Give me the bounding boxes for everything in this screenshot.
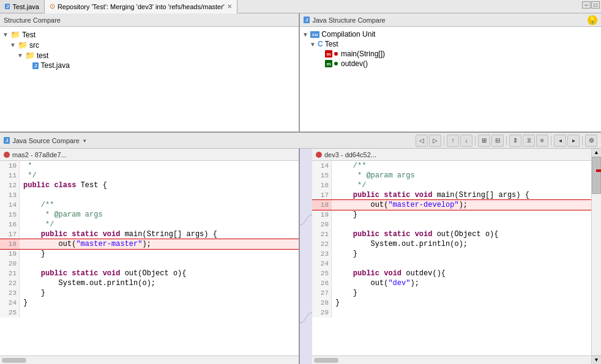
tree-arrow-cu: ▼: [302, 31, 308, 38]
repo-tab-icon: ⊙: [50, 2, 55, 10]
line-content-left-24: }: [20, 298, 299, 308]
folder-icon-test: 📁: [10, 30, 20, 39]
tree-item-compilation-unit[interactable]: ▼ cu Compilation Unit: [302, 29, 599, 39]
tree-item-test-folder[interactable]: ▼ 📁 test: [2, 50, 296, 61]
tree-label-src: src: [29, 41, 39, 50]
tree-label-outdev: outdev(): [341, 59, 368, 68]
collapse-button[interactable]: ⊟: [491, 135, 504, 147]
code-line-right-17: 17 public static void main(String[] args…: [312, 190, 591, 200]
bulb-icon[interactable]: 💡: [588, 15, 597, 25]
left-h-scrollbar-thumb: [2, 358, 26, 363]
java-source-compare-icon: J: [4, 137, 10, 144]
tree-label-test-folder: test: [37, 51, 48, 60]
tree-item-src[interactable]: ▼ 📁 src: [2, 40, 296, 50]
line-content-left-12: public class Test {: [20, 180, 299, 190]
tab-bar: J Test.java ⊙ Repository 'Test': Merging…: [0, 0, 601, 13]
expand-button[interactable]: ⊞: [478, 135, 490, 147]
source-compare-dropdown-arrow[interactable]: ▾: [83, 138, 86, 144]
right-panel-title: dev3 - dd64c52...: [324, 151, 376, 158]
line-num-left-22: 22: [0, 278, 20, 288]
tree-item-test[interactable]: ▼ 📁 Test: [2, 29, 296, 40]
java-structure-title: Java Structure Compare: [312, 17, 385, 24]
line-num-right-22: 22: [312, 239, 332, 249]
code-line-right-15: 15 * @param args: [312, 171, 591, 180]
line-content-left-13: [20, 190, 299, 200]
java-structure-icon: J: [304, 17, 310, 23]
tree-item-outdev-method[interactable]: m outdev(): [302, 59, 599, 69]
line-content-left-20: [20, 259, 299, 269]
code-line-right-16: 16 */: [312, 180, 591, 190]
code-line-right-29: 29: [312, 308, 591, 318]
line-num-right-14: 14: [312, 161, 332, 171]
line-num-right-24: 24: [312, 259, 332, 269]
line-content-left-10: *: [20, 161, 299, 171]
line-num-right-21: 21: [312, 229, 332, 239]
code-line-left-22: 22 System.out.println(o);: [0, 278, 299, 288]
tree-label-test-class: Test: [325, 40, 338, 48]
copy-right-button[interactable]: ▷: [429, 135, 441, 147]
tree-label-test: Test: [22, 31, 35, 39]
tree-item-test-class[interactable]: ▼ C Test: [302, 39, 599, 49]
vertical-scrollbar[interactable]: ▲ ▼: [591, 149, 601, 364]
code-line-left-10: 10 *: [0, 161, 299, 171]
left-diff-indicator: [4, 152, 10, 158]
diff-marker-red: [596, 169, 601, 172]
left-code-content[interactable]: 10 * 11 */ 12 public class Test {: [0, 161, 299, 355]
tab-test-java[interactable]: J Test.java: [0, 0, 45, 13]
line-content-right-27: }: [332, 288, 591, 298]
line-content-right-18: out("master-develop");: [332, 200, 591, 210]
code-line-left-23: 23 }: [0, 288, 299, 298]
line-content-left-19: }: [20, 249, 299, 259]
scroll-up-button[interactable]: ▲: [592, 149, 601, 157]
right-h-scrollbar-thumb: [314, 358, 338, 363]
line-num-left-20: 20: [0, 259, 20, 269]
source-compare-toolbar: J Java Source Compare ▾ ◁ ▷ ↑ ↓ ⊞ ⊟ ⇕ ⧖ …: [0, 133, 601, 149]
left-h-scrollbar[interactable]: [0, 355, 299, 364]
scrollbar-track[interactable]: [592, 157, 601, 355]
toolbar-sep-2: [475, 136, 476, 146]
line-content-left-17: public static void main(String[] args) {: [20, 229, 299, 239]
method-green-dot: [334, 62, 338, 65]
nav-prev-button[interactable]: ◂: [554, 135, 566, 147]
tab-repo-merge[interactable]: ⊙ Repository 'Test': Merging 'dev3' into…: [45, 0, 237, 13]
next-diff-button[interactable]: ↓: [460, 135, 472, 147]
main-container: Structure Compare ▼ 📁 Test ▼ 📁 src ▼: [0, 13, 601, 364]
code-line-left-16: 16 */: [0, 220, 299, 229]
tab-close-button[interactable]: ✕: [227, 3, 232, 10]
left-panel-header: mas2 - 87a8de7...: [0, 149, 299, 161]
prev-diff-button[interactable]: ↑: [447, 135, 459, 147]
copy-left-button[interactable]: ◁: [416, 135, 428, 147]
three-way-button[interactable]: ≡: [536, 135, 548, 147]
line-content-left-18: out("master-master");: [20, 239, 299, 249]
line-num-left-21: 21: [0, 269, 20, 278]
tree-arrow-test-folder: ▼: [17, 52, 23, 59]
nav-next-button[interactable]: ▸: [567, 135, 580, 147]
java-source-compare-title: Java Source Compare: [12, 137, 79, 144]
line-num-right-19: 19: [312, 210, 332, 220]
tab-test-java-label: Test.java: [12, 3, 39, 10]
right-h-scrollbar[interactable]: [312, 355, 591, 364]
tree-item-test-java[interactable]: J Test.java: [2, 61, 296, 70]
line-content-right-26: out("dev");: [332, 278, 591, 288]
right-code-content[interactable]: 14 /** 15 * @param args 16 */: [312, 161, 591, 355]
line-num-left-25: 25: [0, 308, 20, 318]
line-content-right-21: public static void out(Object o){: [332, 229, 591, 239]
scrollbar-thumb[interactable]: [592, 157, 601, 194]
maximize-button[interactable]: □: [591, 1, 600, 9]
line-num-right-15: 15: [312, 171, 332, 180]
line-content-left-11: */: [20, 171, 299, 180]
line-content-left-25: [20, 308, 299, 318]
minimize-button[interactable]: ─: [582, 1, 591, 9]
line-num-right-28: 28: [312, 298, 332, 308]
line-num-left-12: 12: [0, 180, 20, 190]
two-way-button[interactable]: ⧖: [523, 135, 535, 147]
line-num-left-18: 18: [0, 239, 20, 249]
window-controls: ─ □: [581, 0, 601, 10]
scroll-down-button[interactable]: ▼: [592, 355, 601, 364]
code-line-right-18: 18 out("master-develop");: [312, 200, 591, 210]
toolbar-sep-1: [444, 136, 444, 146]
sync-scroll-button[interactable]: ⇕: [509, 135, 521, 147]
line-content-right-28: }: [332, 298, 591, 308]
settings-button[interactable]: ⚙: [585, 135, 597, 147]
tree-item-main-method[interactable]: m main(String[]): [302, 49, 599, 59]
